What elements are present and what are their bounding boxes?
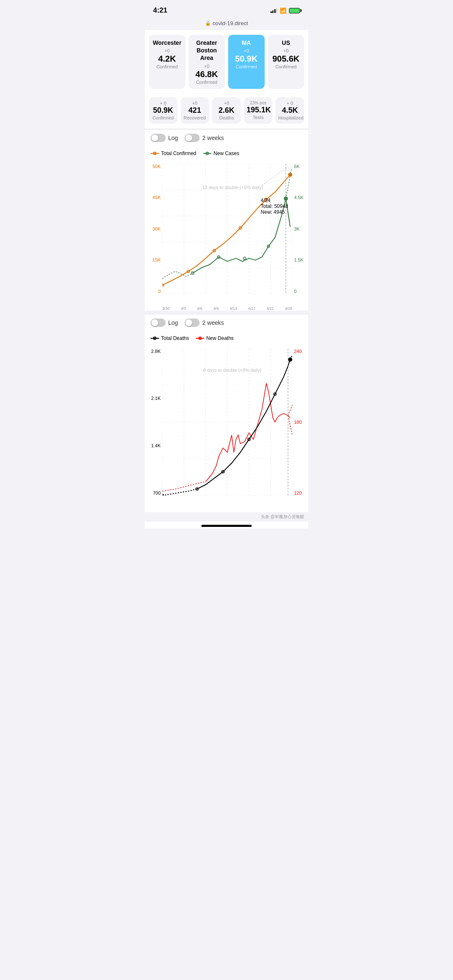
stat-deaths-name: Deaths (215, 115, 238, 120)
stat-hospitalized-name: Hospitalized (278, 115, 302, 120)
legend-new-deaths-label: New Deaths (206, 335, 234, 341)
tab-ma-delta: +0 (232, 48, 261, 53)
log-toggle-group: Log (151, 134, 178, 142)
stat-recovered-name: Recovered (183, 115, 207, 120)
chart2-log-label: Log (168, 319, 178, 326)
chart2-legend: Total Deaths New Deaths (145, 331, 308, 341)
legend-new-cases-icon (203, 151, 211, 156)
tab-us-delta: +0 (271, 48, 301, 53)
lock-icon: 🔒 (205, 21, 211, 26)
signal-icon (271, 8, 278, 13)
log-toggle[interactable] (151, 134, 166, 142)
chart2-y-left: 2.8K 2.1K 1.4K 700 (145, 349, 162, 495)
legend-total-deaths-icon (151, 336, 159, 340)
legend-total-confirmed: Total Confirmed (151, 150, 196, 156)
stat-tests-value: 195.1K (247, 106, 270, 114)
tab-worcester-name: Worcester (152, 39, 182, 47)
tab-us-count: 905.6K (271, 54, 301, 64)
status-bar: 4:21 📶 (145, 0, 308, 18)
legend-new-deaths: New Deaths (196, 335, 234, 341)
tab-worcester-label: Confirmed (152, 64, 182, 69)
stat-recovered-value: 421 (183, 106, 207, 115)
tab-ma-name: MA (232, 39, 261, 47)
tab-ma-count: 50.9K (232, 54, 261, 64)
watermark: 头条 @宋魔身心灵唤醒 (145, 512, 308, 521)
stat-hospitalized: + 0 4.5K Hospitalized (276, 97, 304, 124)
stats-row: + 0 50.9K Confirmed +0 421 Recovered +0 … (145, 94, 308, 129)
tooltip-total: Total: 50948 (261, 203, 288, 209)
stat-hospitalized-delta: + 0 (278, 101, 302, 106)
stat-confirmed-name: Confirmed (151, 115, 175, 120)
chart1-controls: Log 2 weeks (145, 129, 308, 146)
tab-greater-boston-delta: +0 (192, 64, 222, 69)
stat-confirmed: + 0 50.9K Confirmed (149, 97, 177, 124)
location-tabs: Worcester +0 4.2K Confirmed Greater Bost… (145, 30, 308, 94)
stat-hospitalized-value: 4.5K (278, 106, 302, 115)
weeks-toggle-group: 2 weeks (185, 134, 224, 142)
stat-deaths-value: 2.6K (215, 106, 238, 115)
tooltip-date: 4/24 (261, 197, 288, 203)
legend-new-cases: New Cases (203, 150, 239, 156)
tab-worcester-delta: +0 (152, 48, 182, 53)
legend-total-confirmed-label: Total Confirmed (161, 150, 196, 156)
stat-recovered: +0 421 Recovered (181, 97, 209, 124)
stat-confirmed-value: 50.9K (151, 106, 175, 115)
tab-greater-boston-name: Greater Boston Area (192, 39, 222, 62)
svg-point-50 (289, 358, 292, 361)
svg-point-25 (243, 257, 246, 259)
chart2-note: 8 days to double (+9% daily) (203, 368, 261, 373)
status-time: 4:21 (153, 6, 167, 15)
tooltip-new: New: 4945 (261, 209, 288, 215)
tab-us-label: Confirmed (271, 64, 301, 69)
stat-recovered-delta: +0 (183, 101, 207, 106)
log-label: Log (168, 135, 178, 141)
chart2-log-toggle-group: Log (151, 319, 178, 327)
stat-tests: 23% pos 195.1K Tests (244, 97, 273, 124)
stat-tests-delta: 23% pos (247, 101, 270, 105)
home-bar (201, 525, 252, 527)
stat-tests-name: Tests (247, 115, 270, 120)
chart1-section: Log 2 weeks Total Confirmed New Cases 50 (145, 129, 308, 311)
chart2-controls: Log 2 weeks (145, 314, 308, 331)
chart2-weeks-label: 2 weeks (202, 319, 224, 326)
chart1-note: 13 days to double (+5% daily) (202, 185, 263, 190)
chart1-y-left: 50K 45K 30K 15K 0 (145, 164, 162, 294)
legend-new-cases-label: New Cases (213, 150, 239, 156)
chart2-section: Log 2 weeks Total Deaths New Deaths 2.8K (145, 311, 308, 512)
chart2-y-right: 240 180 120 (292, 349, 308, 495)
tab-us[interactable]: US +0 905.6K Confirmed (268, 35, 305, 89)
chart1-x-axis: 3/30 4/3 4/6 4/9 4/13 4/17 4/21 4/25 (162, 306, 292, 311)
chart1-container: 50K 45K 30K 15K 0 6K 4.5K 3K 1.5K 0 (145, 160, 308, 311)
chart2-weeks-toggle-group: 2 weeks (185, 319, 224, 327)
tab-worcester[interactable]: Worcester +0 4.2K Confirmed (149, 35, 185, 89)
stat-deaths-delta: +0 (215, 101, 238, 106)
legend-new-deaths-icon (196, 336, 204, 340)
home-indicator (145, 521, 308, 529)
stat-deaths: +0 2.6K Deaths (212, 97, 241, 124)
tab-worcester-count: 4.2K (152, 54, 182, 64)
wifi-icon: 📶 (280, 8, 286, 14)
weeks-toggle[interactable] (185, 134, 200, 142)
chart1-svg (162, 164, 292, 294)
legend-total-deaths-label: Total Deaths (161, 335, 189, 341)
legend-total-deaths: Total Deaths (151, 335, 189, 341)
chart1-tooltip: 4/24 Total: 50948 New: 4945 (261, 197, 288, 215)
legend-total-confirmed-icon (151, 151, 159, 156)
chart1-legend: Total Confirmed New Cases (145, 146, 308, 156)
tab-greater-boston[interactable]: Greater Boston Area +0 46.8K Confirmed (189, 35, 225, 89)
chart2-log-toggle[interactable] (151, 319, 166, 327)
status-icons: 📶 (271, 8, 300, 14)
tab-ma[interactable]: MA +0 50.9K Confirmed (228, 35, 265, 89)
address-bar: 🔒 covid-19.direct (145, 18, 308, 30)
tab-greater-boston-count: 46.8K (192, 70, 222, 79)
chart2-x-axis (162, 500, 292, 512)
url: covid-19.direct (213, 20, 248, 26)
tab-us-name: US (271, 39, 301, 47)
battery-icon (289, 8, 300, 13)
tab-ma-label: Confirmed (232, 64, 261, 69)
chart2-weeks-toggle[interactable] (185, 319, 200, 327)
weeks-label: 2 weeks (202, 135, 224, 141)
tab-greater-boston-label: Confirmed (192, 80, 222, 85)
chart1-y-right: 6K 4.5K 3K 1.5K 0 (292, 164, 308, 294)
chart2-container: 2.8K 2.1K 1.4K 700 240 180 120 (145, 345, 308, 512)
